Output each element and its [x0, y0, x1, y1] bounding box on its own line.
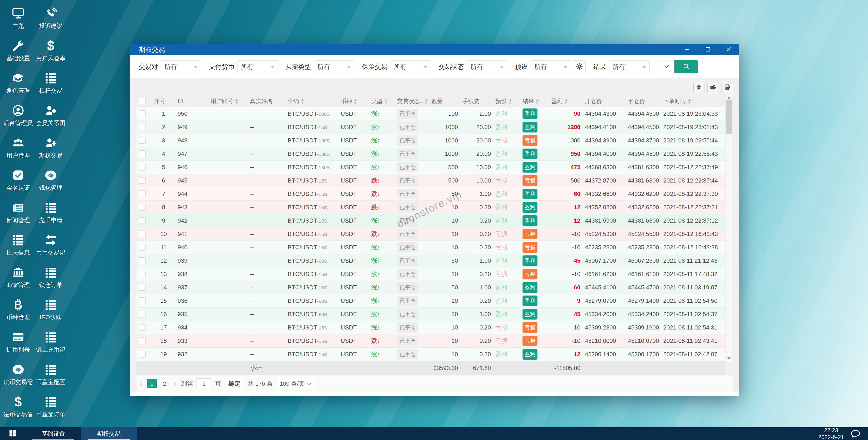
row-checkbox[interactable]: [139, 244, 146, 251]
search-button[interactable]: [675, 60, 698, 74]
table-row[interactable]: 7 944 -- BTC/USDT-15S USDT 跌↓ 已平仓 50 1.0…: [136, 187, 725, 201]
row-checkbox[interactable]: [139, 190, 146, 197]
row-checkbox[interactable]: [139, 124, 146, 130]
close-button[interactable]: [718, 45, 739, 55]
table-row[interactable]: 4 947 -- BTC/USDT-180S USDT 涨↑ 已平仓 1000 …: [136, 147, 725, 160]
col-status[interactable]: 交易状态..: [395, 95, 429, 107]
row-checkbox[interactable]: [139, 311, 146, 318]
sidebar-item-fiat-trade-info[interactable]: $ 法币交易信: [2, 391, 34, 423]
sidebar-item-options-trading[interactable]: 期权交易: [34, 132, 67, 164]
prev-page-button[interactable]: ‹: [139, 379, 144, 388]
page-button-2[interactable]: 2: [160, 379, 169, 388]
sidebar-item-member-relation[interactable]: 会员关系图: [34, 99, 67, 132]
sidebar-item-spot-trade-records[interactable]: 币币交易记: [34, 229, 67, 261]
table-row[interactable]: 13 938 -- BTC/USDT-15S USDT 涨↑ 已平仓 10 0.…: [136, 267, 725, 281]
sidebar-item-biyingbao-orders[interactable]: 币赢宝订单: [34, 391, 67, 423]
col-account[interactable]: 用户账号: [208, 95, 248, 107]
goto-page-input[interactable]: 1: [196, 378, 212, 389]
table-row[interactable]: 14 937 -- BTC/USDT-15S USDT 涨↑ 已平仓 50 1.…: [136, 281, 725, 294]
filter-preset-select[interactable]: 所有: [531, 60, 571, 73]
next-page-button[interactable]: ›: [173, 379, 178, 388]
sidebar-item-backend-admin[interactable]: 后台管理员: [2, 99, 34, 132]
row-checkbox[interactable]: [139, 137, 146, 144]
row-checkbox[interactable]: [139, 351, 146, 358]
sidebar-item-role-management[interactable]: 角色管理: [2, 67, 34, 99]
table-row[interactable]: 11 940 -- BTC/USDT-15S USDT 涨↑ 已平仓 10 0.…: [136, 241, 725, 254]
taskbar-task-basic-settings[interactable]: 基础设置: [25, 427, 81, 440]
table-scrollbar[interactable]: [726, 95, 732, 361]
sidebar-item-fiat-trade-demand[interactable]: 法币交易需: [2, 358, 34, 391]
row-checkbox[interactable]: [139, 110, 146, 117]
sidebar-item-wallet-management[interactable]: 钱包管理: [34, 164, 67, 197]
row-checkbox[interactable]: [139, 271, 146, 277]
sidebar-item-ieo-subscribe[interactable]: IEO认购: [34, 294, 67, 326]
row-checkbox[interactable]: [139, 231, 146, 237]
table-row[interactable]: 12 939 -- BTC/USDT-60S USDT 涨↑ 已平仓 50 1.…: [136, 254, 725, 267]
col-time[interactable]: 下单时间: [661, 95, 725, 107]
page-button-1[interactable]: 1: [147, 379, 157, 388]
row-checkbox[interactable]: [139, 150, 146, 157]
table-row[interactable]: 17 934 -- BTC/USDT-15S USDT 涨↑ 已平仓 10 0.…: [136, 321, 725, 334]
table-row[interactable]: 8 943 -- BTC/USDT-15S USDT 跌↓ 已平仓 10 0.2…: [136, 201, 725, 214]
col-type[interactable]: 类型: [369, 95, 395, 107]
scroll-thumb[interactable]: [726, 100, 732, 134]
row-checkbox[interactable]: [139, 338, 146, 344]
sidebar-item-user-risk-rate[interactable]: $ 用户风险率: [34, 35, 67, 67]
sidebar-item-basic-settings[interactable]: 基础设置: [2, 35, 34, 67]
col-preset[interactable]: 预设: [493, 95, 521, 107]
row-checkbox[interactable]: [139, 257, 146, 264]
scroll-up-arrow-icon[interactable]: [727, 97, 731, 99]
col-profit[interactable]: 盈利: [549, 95, 583, 107]
sidebar-item-chain-deposit-records[interactable]: 链上充币记: [34, 326, 67, 358]
row-checkbox[interactable]: [139, 177, 146, 184]
taskbar-clock[interactable]: 22:23 2022-6-21: [818, 427, 844, 440]
table-row[interactable]: 15 936 -- BTC/USDT-60S USDT 涨↑ 已平仓 10 0.…: [136, 294, 725, 307]
table-row[interactable]: 1 950 -- BTC/USDT-500S USDT 涨↑ 已平仓 100 2…: [136, 107, 725, 120]
sidebar-item-user-management[interactable]: 用户管理: [2, 132, 34, 164]
table-row[interactable]: 19 932 -- BTC/USDT-15S USDT 涨↑ 已平仓 10 0.…: [136, 348, 725, 361]
table-row[interactable]: 16 935 -- BTC/USDT-60S USDT 涨↑ 已平仓 50 1.…: [136, 307, 725, 321]
maximize-button[interactable]: [698, 45, 718, 55]
table-row[interactable]: 6 945 -- BTC/USDT-15S USDT 跌↓ 已平仓 500 10…: [136, 174, 725, 187]
start-button[interactable]: [0, 427, 25, 440]
col-contract[interactable]: 合约: [285, 95, 338, 107]
table-row[interactable]: 5 946 -- BTC/USDT-180S USDT 涨↑ 已平仓 500 1…: [136, 160, 725, 174]
filter-pay-currency-select[interactable]: 所有: [238, 60, 278, 73]
row-checkbox[interactable]: [139, 297, 146, 304]
select-all-checkbox[interactable]: [139, 97, 146, 105]
preset-settings-button[interactable]: [573, 60, 586, 73]
table-row[interactable]: 9 942 -- BTC/USDT-15S USDT 涨↑ 已平仓 10 0.2…: [136, 214, 725, 227]
table-row[interactable]: 18 933 -- BTC/USDT-15S USDT 跌↓ 已平仓 10 0.…: [136, 334, 725, 348]
row-checkbox[interactable]: [139, 164, 146, 171]
row-checkbox[interactable]: [139, 217, 146, 224]
sidebar-item-real-name-auth[interactable]: 实名认证: [2, 164, 34, 197]
taskbar-task-options-trading[interactable]: 期权交易: [81, 427, 137, 440]
filter-trade-type-select[interactable]: 所有: [314, 60, 354, 73]
table-row[interactable]: 2 949 -- BTC/USDT-15S USDT 涨↑ 已平仓 1000 2…: [136, 120, 725, 134]
sidebar-item-withdraw-list[interactable]: 提币列表: [2, 326, 34, 358]
table-row[interactable]: 3 948 -- BTC/USDT-180S USDT 涨↑ 已平仓 1000 …: [136, 134, 725, 147]
sidebar-item-biyingbao-config[interactable]: 币赢宝配置: [34, 358, 67, 391]
sidebar-item-locked-orders[interactable]: 锁仓订单: [34, 261, 67, 294]
columns-button[interactable]: [693, 82, 705, 93]
sidebar-item-news-management[interactable]: 新闻管理: [2, 197, 34, 229]
table-row[interactable]: 10 941 -- BTC/USDT-15S USDT 跌↓ 已平仓 10 0.…: [136, 227, 725, 241]
row-checkbox[interactable]: [139, 204, 146, 211]
sidebar-item-complaints[interactable]: 投诉建议: [34, 2, 67, 35]
sidebar-item-log-info[interactable]: 日志信息: [2, 229, 34, 261]
print-button[interactable]: [721, 82, 733, 93]
page-size-select[interactable]: 100 条/页: [276, 378, 314, 389]
filter-result-select[interactable]: 所有: [609, 60, 650, 73]
row-checkbox[interactable]: [139, 284, 146, 291]
row-checkbox[interactable]: [139, 324, 146, 331]
sidebar-item-leverage-trading[interactable]: 杠杆交易: [34, 67, 67, 99]
export-button[interactable]: [708, 82, 719, 93]
window-titlebar[interactable]: 期权交易: [130, 45, 739, 55]
search-options-button[interactable]: [659, 60, 675, 74]
filter-pair-select[interactable]: 所有: [161, 60, 201, 73]
sidebar-item-deposit-apply[interactable]: 充币申请: [34, 197, 67, 229]
filter-insurance-select[interactable]: 所有: [391, 60, 431, 73]
confirm-button[interactable]: 确定: [225, 378, 244, 389]
scroll-down-arrow-icon[interactable]: [727, 357, 731, 359]
minimize-button[interactable]: [677, 45, 698, 55]
